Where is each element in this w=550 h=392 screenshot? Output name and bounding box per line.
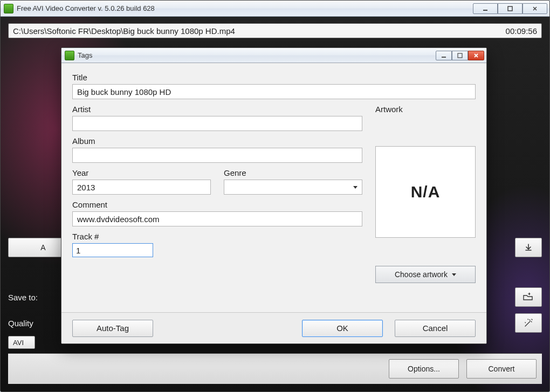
maximize-icon	[507, 5, 513, 12]
genre-label: Genre	[224, 168, 362, 177]
tags-dialog: Tags Title Artist	[61, 47, 487, 344]
auto-tag-label: Auto-Tag	[97, 324, 129, 333]
close-icon	[532, 5, 538, 12]
chevron-down-icon	[452, 273, 456, 276]
dialog-title: Tags	[78, 51, 436, 59]
chevron-down-icon	[353, 186, 358, 189]
year-input[interactable]	[72, 180, 211, 195]
app-footer: Options... Convert	[8, 353, 542, 384]
artist-input[interactable]	[72, 116, 362, 131]
choose-artwork-label: Choose artwork	[395, 270, 448, 279]
auto-tag-button[interactable]: Auto-Tag	[72, 320, 153, 337]
title-input[interactable]	[72, 84, 476, 99]
browse-folder-button[interactable]	[515, 287, 542, 307]
add-files-label: A	[40, 243, 45, 252]
quality-settings-button[interactable]	[515, 313, 542, 333]
options-button[interactable]: Options...	[389, 359, 459, 379]
year-label: Year	[72, 168, 211, 177]
app-titlebar[interactable]: Free AVI Video Converter v. 5.0.26 build…	[1, 1, 549, 17]
ok-button[interactable]: OK	[302, 320, 383, 337]
close-icon	[473, 52, 479, 59]
dialog-close-button[interactable]	[468, 51, 484, 60]
minimize-icon	[482, 5, 489, 12]
minimize-icon	[441, 53, 446, 58]
dialog-footer: Auto-Tag OK Cancel	[61, 312, 486, 343]
album-input[interactable]	[72, 148, 362, 163]
minimize-button[interactable]	[473, 3, 498, 14]
comment-input[interactable]	[72, 211, 362, 226]
app-title: Free AVI Video Converter v. 5.0.26 build…	[17, 4, 473, 12]
loaded-file-bar: C:\Users\Softonic FR\Desktop\Big buck bu…	[8, 23, 542, 38]
svg-rect-3	[458, 53, 462, 58]
svg-rect-1	[508, 6, 512, 11]
comment-label: Comment	[72, 200, 362, 209]
close-button[interactable]	[522, 3, 547, 14]
artist-label: Artist	[72, 105, 362, 114]
cancel-label: Cancel	[423, 324, 448, 333]
track-label: Track #	[72, 232, 362, 241]
track-input[interactable]	[72, 243, 153, 257]
cancel-button[interactable]: Cancel	[395, 320, 476, 337]
format-dropdown[interactable]: AVI	[8, 336, 35, 349]
app-icon	[4, 4, 13, 13]
artwork-na-text: N/A	[411, 183, 441, 201]
dialog-body: Title Artist Album Year	[61, 63, 486, 312]
folder-open-icon	[522, 292, 534, 302]
save-to-label: Save to:	[8, 293, 46, 302]
artwork-preview: N/A	[375, 146, 476, 238]
dialog-maximize-button[interactable]	[452, 51, 468, 60]
dialog-titlebar[interactable]: Tags	[61, 48, 486, 63]
options-label: Options...	[408, 365, 440, 373]
window-controls	[473, 3, 547, 14]
ok-label: OK	[336, 324, 348, 333]
convert-button[interactable]: Convert	[466, 359, 537, 379]
svg-rect-0	[483, 10, 487, 11]
maximize-icon	[457, 53, 463, 58]
album-label: Album	[72, 136, 362, 146]
quality-label: Quality	[8, 319, 46, 328]
genre-dropdown[interactable]	[224, 180, 362, 195]
dialog-window-controls	[436, 51, 484, 60]
svg-rect-2	[442, 57, 446, 58]
title-label: Title	[72, 73, 476, 82]
download-icon	[524, 243, 533, 252]
dialog-minimize-button[interactable]	[436, 51, 452, 60]
download-button[interactable]	[515, 238, 542, 257]
choose-artwork-button[interactable]: Choose artwork	[375, 266, 476, 283]
convert-label: Convert	[488, 365, 514, 373]
dialog-icon	[65, 51, 74, 60]
artwork-label: Artwork	[375, 105, 476, 114]
file-duration: 00:09:56	[506, 26, 537, 36]
format-value: AVI	[13, 339, 24, 347]
file-path: C:\Users\Softonic FR\Desktop\Big buck bu…	[13, 26, 506, 36]
maximize-button[interactable]	[498, 3, 522, 14]
wand-icon	[523, 318, 534, 328]
